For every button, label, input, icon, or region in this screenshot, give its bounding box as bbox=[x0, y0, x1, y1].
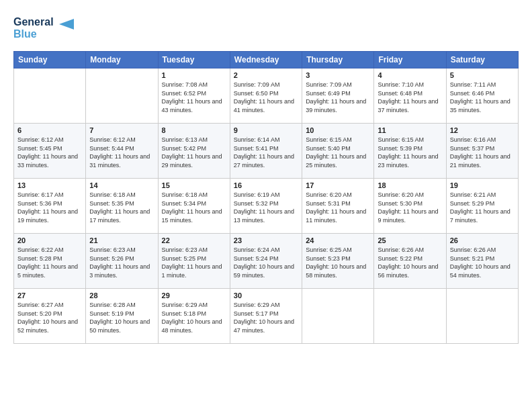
calendar-cell: 26Sunrise: 6:26 AM Sunset: 5:21 PM Dayli… bbox=[446, 234, 518, 289]
day-info: Sunrise: 6:25 AM Sunset: 5:23 PM Dayligh… bbox=[306, 246, 370, 279]
day-number: 13 bbox=[17, 181, 82, 189]
calendar-cell: 1Sunrise: 7:08 AM Sunset: 6:52 PM Daylig… bbox=[158, 68, 230, 124]
calendar-cell: 22Sunrise: 6:23 AM Sunset: 5:25 PM Dayli… bbox=[158, 234, 230, 289]
calendar-cell: 14Sunrise: 6:18 AM Sunset: 5:35 PM Dayli… bbox=[86, 179, 158, 234]
calendar-cell: 4Sunrise: 7:10 AM Sunset: 6:48 PM Daylig… bbox=[374, 68, 446, 124]
calendar-cell bbox=[446, 289, 518, 344]
day-info: Sunrise: 6:27 AM Sunset: 5:20 PM Dayligh… bbox=[17, 301, 82, 334]
day-info: Sunrise: 6:26 AM Sunset: 5:21 PM Dayligh… bbox=[450, 246, 515, 279]
day-info: Sunrise: 6:29 AM Sunset: 5:18 PM Dayligh… bbox=[162, 301, 226, 334]
calendar-week-2: 6Sunrise: 6:12 AM Sunset: 5:45 PM Daylig… bbox=[14, 124, 519, 179]
day-number: 14 bbox=[89, 181, 154, 189]
day-number: 15 bbox=[162, 181, 226, 189]
day-number: 28 bbox=[89, 291, 154, 300]
day-info: Sunrise: 6:19 AM Sunset: 5:32 PM Dayligh… bbox=[234, 191, 298, 224]
calendar-cell: 2Sunrise: 7:09 AM Sunset: 6:50 PM Daylig… bbox=[230, 68, 302, 124]
day-info: Sunrise: 6:13 AM Sunset: 5:42 PM Dayligh… bbox=[162, 136, 226, 169]
calendar-cell: 18Sunrise: 6:20 AM Sunset: 5:30 PM Dayli… bbox=[374, 179, 446, 234]
svg-marker-1 bbox=[59, 19, 74, 30]
calendar-cell bbox=[302, 289, 374, 344]
day-number: 25 bbox=[378, 236, 442, 244]
calendar-cell: 23Sunrise: 6:24 AM Sunset: 5:24 PM Dayli… bbox=[230, 234, 302, 289]
logo: General Blue bbox=[13, 12, 87, 44]
calendar-cell: 8Sunrise: 6:13 AM Sunset: 5:42 PM Daylig… bbox=[158, 124, 230, 179]
day-number: 11 bbox=[378, 126, 442, 134]
day-info: Sunrise: 7:09 AM Sunset: 6:50 PM Dayligh… bbox=[234, 81, 298, 114]
calendar-week-1: 1Sunrise: 7:08 AM Sunset: 6:52 PM Daylig… bbox=[14, 68, 519, 124]
day-info: Sunrise: 6:21 AM Sunset: 5:29 PM Dayligh… bbox=[450, 191, 515, 224]
day-info: Sunrise: 6:23 AM Sunset: 5:25 PM Dayligh… bbox=[162, 246, 226, 279]
calendar-cell: 24Sunrise: 6:25 AM Sunset: 5:23 PM Dayli… bbox=[302, 234, 374, 289]
day-number: 29 bbox=[162, 291, 226, 300]
day-number: 18 bbox=[378, 181, 442, 189]
day-info: Sunrise: 6:29 AM Sunset: 5:17 PM Dayligh… bbox=[234, 301, 298, 334]
day-number: 20 bbox=[17, 236, 82, 244]
calendar-cell: 16Sunrise: 6:19 AM Sunset: 5:32 PM Dayli… bbox=[230, 179, 302, 234]
day-info: Sunrise: 6:23 AM Sunset: 5:26 PM Dayligh… bbox=[89, 246, 154, 279]
day-number: 24 bbox=[306, 236, 370, 244]
calendar-cell: 21Sunrise: 6:23 AM Sunset: 5:26 PM Dayli… bbox=[86, 234, 158, 289]
calendar-cell: 3Sunrise: 7:09 AM Sunset: 6:49 PM Daylig… bbox=[302, 68, 374, 124]
day-info: Sunrise: 6:28 AM Sunset: 5:19 PM Dayligh… bbox=[89, 301, 154, 334]
day-info: Sunrise: 6:18 AM Sunset: 5:34 PM Dayligh… bbox=[162, 191, 226, 224]
day-info: Sunrise: 6:16 AM Sunset: 5:37 PM Dayligh… bbox=[450, 136, 515, 169]
day-number: 23 bbox=[234, 236, 298, 244]
day-number: 10 bbox=[306, 126, 370, 134]
weekday-header-sunday: Sunday bbox=[14, 52, 86, 68]
day-info: Sunrise: 6:14 AM Sunset: 5:41 PM Dayligh… bbox=[234, 136, 298, 169]
day-number: 1 bbox=[162, 71, 226, 79]
day-number: 30 bbox=[234, 291, 298, 300]
svg-text:General: General bbox=[13, 16, 54, 28]
calendar-cell: 12Sunrise: 6:16 AM Sunset: 5:37 PM Dayli… bbox=[446, 124, 518, 179]
day-info: Sunrise: 7:09 AM Sunset: 6:49 PM Dayligh… bbox=[306, 81, 370, 114]
weekday-header-row: SundayMondayTuesdayWednesdayThursdayFrid… bbox=[14, 52, 519, 68]
day-info: Sunrise: 6:24 AM Sunset: 5:24 PM Dayligh… bbox=[234, 246, 298, 279]
day-number: 16 bbox=[234, 181, 298, 189]
day-number: 4 bbox=[378, 71, 442, 79]
day-info: Sunrise: 7:08 AM Sunset: 6:52 PM Dayligh… bbox=[162, 81, 226, 114]
calendar-cell: 11Sunrise: 6:15 AM Sunset: 5:39 PM Dayli… bbox=[374, 124, 446, 179]
calendar-cell: 30Sunrise: 6:29 AM Sunset: 5:17 PM Dayli… bbox=[230, 289, 302, 344]
day-number: 8 bbox=[162, 126, 226, 134]
calendar-cell: 7Sunrise: 6:12 AM Sunset: 5:44 PM Daylig… bbox=[86, 124, 158, 179]
day-number: 2 bbox=[234, 71, 298, 79]
day-number: 17 bbox=[306, 181, 370, 189]
day-number: 19 bbox=[450, 181, 515, 189]
day-info: Sunrise: 6:15 AM Sunset: 5:39 PM Dayligh… bbox=[378, 136, 442, 169]
calendar-cell: 20Sunrise: 6:22 AM Sunset: 5:28 PM Dayli… bbox=[14, 234, 86, 289]
calendar-cell bbox=[86, 68, 158, 124]
calendar-week-3: 13Sunrise: 6:17 AM Sunset: 5:36 PM Dayli… bbox=[14, 179, 519, 234]
calendar-cell bbox=[374, 289, 446, 344]
day-info: Sunrise: 6:26 AM Sunset: 5:22 PM Dayligh… bbox=[378, 246, 442, 279]
day-info: Sunrise: 7:11 AM Sunset: 6:46 PM Dayligh… bbox=[450, 81, 515, 114]
day-number: 27 bbox=[17, 291, 82, 300]
day-number: 26 bbox=[450, 236, 515, 244]
weekday-header-thursday: Thursday bbox=[302, 52, 374, 68]
weekday-header-wednesday: Wednesday bbox=[230, 52, 302, 68]
day-number: 3 bbox=[306, 71, 370, 79]
calendar-cell: 10Sunrise: 6:15 AM Sunset: 5:40 PM Dayli… bbox=[302, 124, 374, 179]
day-info: Sunrise: 6:20 AM Sunset: 5:31 PM Dayligh… bbox=[306, 191, 370, 224]
calendar-cell: 9Sunrise: 6:14 AM Sunset: 5:41 PM Daylig… bbox=[230, 124, 302, 179]
calendar-cell: 27Sunrise: 6:27 AM Sunset: 5:20 PM Dayli… bbox=[14, 289, 86, 344]
day-number: 5 bbox=[450, 71, 515, 79]
day-info: Sunrise: 6:20 AM Sunset: 5:30 PM Dayligh… bbox=[378, 191, 442, 224]
page: General Blue SundayMondayTuesdayWednesda… bbox=[0, 0, 532, 411]
svg-text:Blue: Blue bbox=[13, 28, 37, 40]
weekday-header-saturday: Saturday bbox=[446, 52, 518, 68]
logo-svg: General Blue bbox=[13, 12, 87, 42]
weekday-header-monday: Monday bbox=[86, 52, 158, 68]
calendar-week-4: 20Sunrise: 6:22 AM Sunset: 5:28 PM Dayli… bbox=[14, 234, 519, 289]
calendar-cell bbox=[14, 68, 86, 124]
day-info: Sunrise: 6:12 AM Sunset: 5:45 PM Dayligh… bbox=[17, 136, 82, 169]
calendar-cell: 13Sunrise: 6:17 AM Sunset: 5:36 PM Dayli… bbox=[14, 179, 86, 234]
weekday-header-tuesday: Tuesday bbox=[158, 52, 230, 68]
calendar-cell: 19Sunrise: 6:21 AM Sunset: 5:29 PM Dayli… bbox=[446, 179, 518, 234]
calendar-cell: 28Sunrise: 6:28 AM Sunset: 5:19 PM Dayli… bbox=[86, 289, 158, 344]
weekday-header-friday: Friday bbox=[374, 52, 446, 68]
day-number: 12 bbox=[450, 126, 515, 134]
calendar-cell: 15Sunrise: 6:18 AM Sunset: 5:34 PM Dayli… bbox=[158, 179, 230, 234]
day-info: Sunrise: 6:17 AM Sunset: 5:36 PM Dayligh… bbox=[17, 191, 82, 224]
calendar-cell: 17Sunrise: 6:20 AM Sunset: 5:31 PM Dayli… bbox=[302, 179, 374, 234]
day-info: Sunrise: 6:12 AM Sunset: 5:44 PM Dayligh… bbox=[89, 136, 154, 169]
